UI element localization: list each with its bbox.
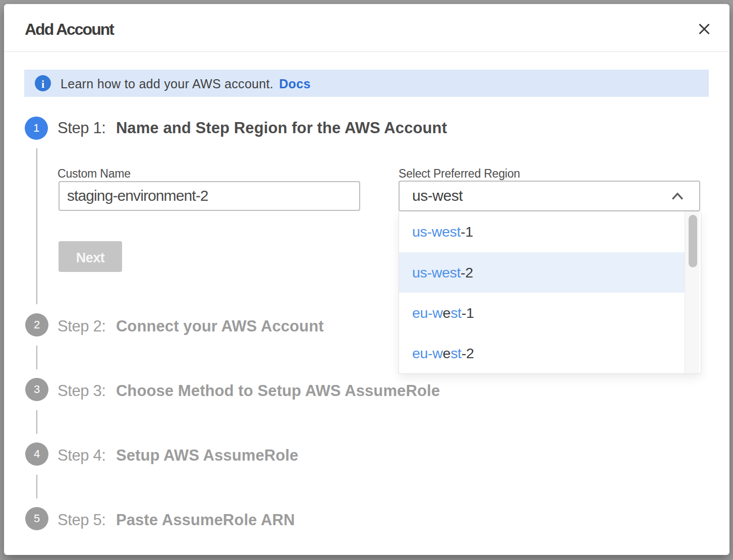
svg-text:i: i: [41, 78, 44, 90]
